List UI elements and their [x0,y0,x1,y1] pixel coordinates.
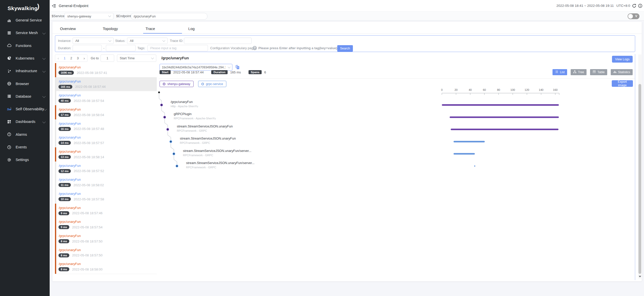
tags-input[interactable] [147,45,208,51]
chevron-down-icon [162,39,165,42]
statistics-icon [613,70,617,74]
trace-list-item[interactable]: /grpc/unaryFun16 ms2022-05-08 18:57:48 [55,119,157,134]
copy-icon[interactable] [235,65,240,70]
sidebar-item-infrastructure[interactable]: Infrastructure [0,65,50,76]
trace-start-time: 2022-05-08 18:57:57 [74,141,104,145]
prev-page-icon[interactable]: ‹ [57,56,60,60]
duration-max-input[interactable] [106,45,136,51]
sidebar-item-kubernetes[interactable]: Kubernetes [0,53,50,64]
chevron-down-icon [42,120,46,123]
view-logs-button[interactable]: View Logs [612,56,633,63]
service-select[interactable]: shenyu-gateway [65,13,113,19]
tab-log[interactable]: Log [188,24,227,34]
trace-list-item[interactable]: /grpc/unaryFun9 ms2022-05-08 18:57:46 [55,204,157,218]
trace-list-item[interactable]: /grpc/unaryFun9 ms2022-05-08 18:57:54 [55,218,157,232]
sidebar-item-general-service[interactable]: General Service [0,15,50,26]
trace-list-item[interactable]: /grpc/unaryFun12 ms2022-05-08 18:57:52 [55,162,157,176]
view-list-button[interactable]: List [553,69,567,75]
span-duration-bar[interactable] [474,165,475,167]
trace-list-item[interactable]: /grpc/unaryFun8 ms2022-05-08 18:57:50 [55,232,157,246]
view-table-button[interactable]: Table [590,69,607,75]
help-icon[interactable]: ? [253,46,257,50]
duration-badge: 8 ms [58,267,69,271]
vocabulary-link[interactable]: Configuration Vocabulary page [210,45,255,51]
skywalking-icon: Sw) [7,107,11,111]
trace-root-dot [158,92,160,93]
app-logo[interactable]: Skywalking) [8,4,40,12]
trace-endpoint: /grpc/unaryFun [59,178,81,181]
tab-overview[interactable]: Overview [60,24,99,34]
endpoint-input[interactable] [131,13,207,20]
tab-topology[interactable]: Topology [103,24,142,34]
span-name[interactable]: stream.StreamServiceJSON.unaryFun/server… [183,149,252,153]
view-mode-switch: ListTreeTableStatistics [553,69,633,75]
dashboard-icon [7,120,11,124]
span-name[interactable]: stream.StreamServiceJSON.unaryFun [177,124,233,128]
duration-min-input[interactable] [73,45,102,51]
info-icon[interactable] [638,4,642,8]
sidebar-collapse-icon[interactable] [52,4,56,8]
trace-list-item[interactable]: /grpc/unaryFun10 ms2022-05-08 18:57:58 [55,190,157,204]
trace-list-item[interactable]: /grpc/unaryFun8 ms2022-05-08 18:58:00 [55,260,157,274]
trace-id-input[interactable] [184,38,252,44]
scrollbar-thumb[interactable] [638,84,641,274]
alarm-icon [7,132,11,137]
page-button-3[interactable]: 3 [76,56,79,60]
service-color-icon [201,83,204,85]
span-layer: RPCFramework - GRPC [177,129,207,132]
trace-list-item[interactable]: /grpc/unaryFun17 ms2022-05-08 18:58:04 [55,105,157,120]
axis-tick-label: 140 [539,88,543,91]
span-name[interactable]: stream.StreamServiceJSON.unaryFun/server… [186,161,255,165]
span-duration-bar[interactable] [451,129,559,130]
sidebar-item-alarms[interactable]: Alarms [0,129,50,140]
sidebar-item-dashboards[interactable]: Dashboards [0,116,50,127]
version-toggle[interactable]: V [628,13,639,19]
page-button-2[interactable]: 2 [70,56,73,60]
trace-list-item[interactable]: /grpc/unaryFun14 ms2022-05-08 18:57:57 [55,133,157,148]
trace-list-item[interactable]: /grpc/unaryFun13 ms2022-05-08 18:58:14 [55,147,157,162]
span-duration-bar[interactable] [453,141,485,142]
trace-list-item[interactable]: /grpc/unaryFun8 ms2022-05-08 18:57:50 [55,246,157,260]
sort-select[interactable]: Start Time [117,55,156,62]
view-tree-button[interactable]: Tree [571,69,587,75]
status-accent-bar [55,204,56,218]
status-select[interactable]: All [127,38,168,44]
goto-page-input[interactable] [101,55,114,62]
sidebar-item-self-observability[interactable]: Sw)Self Observability [0,103,50,115]
instance-select[interactable]: All [73,38,114,44]
scrollbar-down-icon[interactable] [639,276,641,277]
search-button[interactable]: Search [337,45,353,52]
span-name[interactable]: /grpc/unaryFun [171,100,193,104]
span-name[interactable]: gRPCPlugin [174,112,192,116]
trace-list-item[interactable]: /grpc/unaryFun40 ms2022-05-08 18:57:54 [55,91,157,105]
sidebar-item-browser[interactable]: Browser [0,78,50,89]
chevron-down-icon [42,69,46,73]
duration-badge: 10 ms [58,197,71,201]
span-duration-bar[interactable] [442,104,559,106]
refresh-icon[interactable] [632,4,636,8]
dots-icon [7,69,11,73]
view-statistics-button[interactable]: Statistics [611,69,633,75]
trace-list-item[interactable]: /grpc/unaryFun165 ms2022-05-08 18:57:44 [55,77,157,92]
span-duration-bar[interactable] [453,153,475,155]
sidebar-item-database[interactable]: Database [0,91,50,102]
trace-list-item[interactable]: /grpc/unaryFun1696 ms2022-05-08 18:57:41 [55,63,157,77]
status-accent-bar [55,232,56,246]
sidebar-item-events[interactable]: Events [0,142,50,153]
sidebar-item-settings[interactable]: Settings [0,154,50,165]
page-button-1[interactable]: 1 [63,56,66,60]
sidebar-item-functions[interactable]: Functions [0,40,50,51]
span-duration-bar[interactable] [450,116,559,118]
trace-endpoint: /grpc/unaryFun [59,248,81,252]
status-label: Status: [115,38,125,44]
axis-tick-label: 0 [441,88,443,91]
trace-list-item[interactable]: /grpc/unaryFun11 ms2022-05-08 18:58:02 [55,175,157,190]
time-range[interactable]: 2022-05-08 18:41 ~ 2022-05-08 19:11 [556,0,614,12]
next-page-icon[interactable]: › [83,56,85,60]
tab-trace[interactable]: Trace [145,24,184,34]
pagination: ‹ 123 › [55,55,87,62]
span-name[interactable]: stream.StreamServiceJSON.unaryFun [180,137,236,140]
chevron-down-icon [228,65,230,68]
sidebar-item-service-mesh[interactable]: Service Mesh [0,27,50,38]
timezone[interactable]: UTC+8:0 [617,0,630,12]
